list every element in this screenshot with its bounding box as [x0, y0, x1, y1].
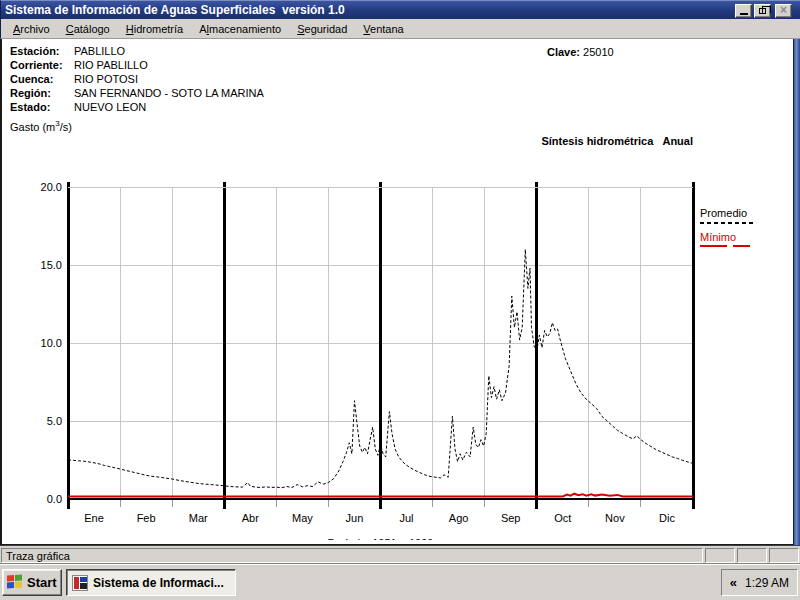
- y-tick-label: 10.0: [41, 337, 62, 349]
- x-tick-label: May: [292, 512, 313, 524]
- x-tick-label: Dic: [659, 512, 675, 524]
- y-tick-label: 0.0: [47, 493, 62, 505]
- restore-button[interactable]: [754, 4, 771, 18]
- legend-promedio-label: Promedio: [700, 207, 747, 219]
- system-tray: « 1:29 AM: [721, 569, 798, 596]
- info-row: Cuenca:RIO POTOSI: [10, 73, 138, 85]
- period-caption: Período: 1951 a 1999: [328, 537, 434, 540]
- status-message: Traza gráfica: [1, 548, 703, 563]
- x-tick-label: Mar: [189, 512, 208, 524]
- restore-icon: [759, 8, 766, 14]
- clave-field: Clave: 25010: [547, 46, 614, 58]
- start-button[interactable]: Start: [2, 569, 62, 596]
- legend-minimo-label: Mínimo: [700, 231, 736, 243]
- status-panel-1: [705, 548, 735, 563]
- hydrograph-chart[interactable]: 0.05.010.015.020.0EneFebMarAbrMayJunJulA…: [2, 140, 795, 540]
- status-panel-3: [769, 548, 799, 563]
- taskbar-app-button[interactable]: Sistema de Informaci...: [66, 569, 236, 596]
- x-tick-label: Nov: [605, 512, 625, 524]
- x-tick-label: Sep: [501, 512, 521, 524]
- menu-item-catalogo[interactable]: Catálogo: [58, 21, 118, 37]
- window-right-border: [793, 39, 800, 545]
- x-tick-label: Ago: [449, 512, 469, 524]
- status-bar: Traza gráfica: [0, 545, 800, 564]
- windows-logo-icon: [7, 574, 23, 590]
- minimize-button[interactable]: [735, 4, 752, 18]
- start-label: Start: [27, 575, 57, 590]
- menu-item-seguridad[interactable]: Seguridad: [289, 21, 355, 37]
- content-area: Estación:PABLILLOCorriente:RIO PABLILLOC…: [0, 39, 793, 545]
- menu-item-ventana[interactable]: Ventana: [355, 21, 411, 37]
- clave-label: Clave:: [547, 46, 580, 58]
- menu-item-almacenamiento[interactable]: Almacenamiento: [191, 21, 289, 37]
- y-axis-title: Gasto (m3/s): [10, 119, 72, 133]
- x-tick-label: Oct: [554, 512, 571, 524]
- close-button[interactable]: ×: [775, 4, 792, 18]
- info-row: Corriente:RIO PABLILLO: [10, 59, 148, 71]
- info-row: Estación:PABLILLO: [10, 45, 125, 57]
- info-row: Región:SAN FERNANDO - SOTO LA MARINA: [10, 87, 264, 99]
- menu-bar: ArchivoCatálogoHidrometríaAlmacenamiento…: [0, 19, 800, 39]
- menu-item-archivo[interactable]: Archivo: [5, 21, 58, 37]
- y-tick-label: 15.0: [41, 259, 62, 271]
- app-icon: [72, 575, 88, 591]
- y-tick-label: 20.0: [41, 181, 62, 193]
- y-tick-label: 5.0: [47, 415, 62, 427]
- title-bar[interactable]: Sistema de Información de Aguas Superfic…: [0, 0, 800, 19]
- window-title: Sistema de Información de Aguas Superfic…: [5, 3, 345, 17]
- x-tick-label: Feb: [137, 512, 156, 524]
- tray-chevron-button[interactable]: «: [728, 575, 739, 590]
- window-controls: ×: [735, 4, 792, 18]
- x-tick-label: Jun: [346, 512, 364, 524]
- x-tick-label: Ene: [84, 512, 104, 524]
- status-panel-2: [737, 548, 767, 563]
- taskbar-app-label: Sistema de Informaci...: [93, 576, 224, 590]
- taskbar-clock[interactable]: 1:29 AM: [745, 576, 789, 590]
- info-row: Estado:NUEVO LEON: [10, 101, 146, 113]
- menu-item-hidrometria[interactable]: Hidrometría: [118, 21, 191, 37]
- taskbar: Start Sistema de Informaci... « 1:29 AM: [0, 564, 800, 600]
- minimize-icon: [740, 13, 748, 15]
- x-tick-label: Jul: [400, 512, 414, 524]
- close-icon: ×: [776, 4, 791, 17]
- clave-value: 25010: [583, 46, 614, 58]
- x-tick-label: Abr: [242, 512, 259, 524]
